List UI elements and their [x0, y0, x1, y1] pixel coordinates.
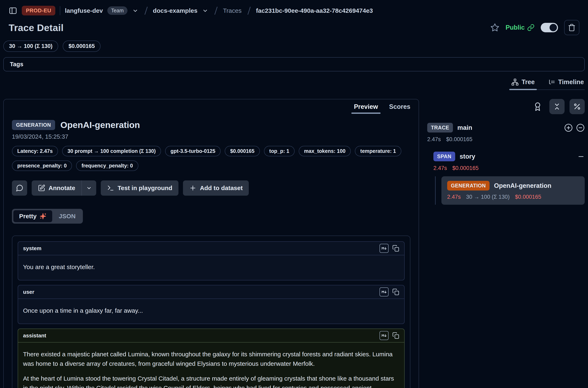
award-icon[interactable] [533, 102, 542, 111]
top-bar: PROD-EU langfuse-dev Team docs-examples … [0, 0, 588, 18]
link-icon [527, 24, 535, 31]
message-header: system [18, 242, 404, 255]
chevron-down-icon[interactable] [202, 7, 208, 14]
percent-icon [573, 103, 581, 110]
observation-header: GENERATION OpenAI-generation [12, 120, 410, 130]
annotate-split-button: Annotate [32, 180, 96, 196]
breadcrumb-trace-id: fac231bc-90ee-490a-aa32-78c4269474e3 [256, 7, 373, 14]
chevrons-collapse-icon [553, 103, 561, 110]
generation-metrics: 2.47s 30 → 100 (Σ 130) $0.000165 [447, 194, 579, 200]
comment-button[interactable] [12, 180, 27, 196]
detail-tabs: Preview Scores [4, 99, 419, 114]
max-tokens-badge: max_tokens: 100 [299, 146, 351, 156]
generation-cost: $0.000165 [515, 194, 541, 200]
tree-toolbar [427, 99, 585, 114]
markdown-toggle-icon[interactable] [380, 244, 388, 253]
copy-icon[interactable] [392, 245, 399, 252]
page-title: Trace Detail [9, 22, 64, 33]
model-badge[interactable]: gpt-3.5-turbo-0125 [165, 146, 221, 156]
message-paragraph: There existed a majestic planet called L… [23, 350, 399, 368]
json-label: JSON [59, 213, 76, 220]
message-content: There existed a majestic planet called L… [18, 342, 404, 388]
markdown-toggle-icon[interactable] [380, 287, 388, 296]
test-in-playground-button[interactable]: Test in playground [101, 180, 179, 196]
breadcrumb-org[interactable]: langfuse-dev [65, 7, 103, 14]
message-user: user Once upon a time in a galaxy far, f… [18, 285, 405, 324]
generation-badge: GENERATION [447, 181, 490, 191]
view-tabs-row: Tree Timeline [0, 71, 588, 90]
trace-latency: 2.47s [427, 136, 441, 143]
generation-name: OpenAI-generation [494, 182, 551, 190]
trace-metrics: 2.47s $0.000165 [427, 136, 585, 143]
plus-icon [189, 184, 197, 192]
sparkles-icon [40, 213, 46, 220]
tags-container[interactable]: Tags [3, 57, 585, 71]
star-icon[interactable] [490, 23, 499, 32]
org-plan-badge: Team [107, 6, 127, 15]
breadcrumb-project[interactable]: docs-examples [153, 7, 198, 14]
message-content: Once upon a time in a galaxy far, far aw… [18, 299, 404, 324]
generation-latency: 2.47s [447, 194, 461, 200]
observation-timestamp: 19/03/2024, 15:25:37 [12, 133, 410, 140]
format-toggle: Pretty JSON [12, 209, 83, 224]
annotate-button[interactable]: Annotate [32, 180, 81, 196]
trace-cost: $0.000165 [446, 136, 473, 143]
message-header: assistant [18, 329, 404, 342]
collapse-panel-button[interactable] [549, 99, 565, 114]
tree-node-span[interactable]: SPAN story 2.47s $0.000165 GENERATION Op… [433, 152, 585, 205]
observation-detail-card: Preview Scores GENERATION OpenAI-generat… [3, 99, 419, 388]
panel-left-icon[interactable] [9, 6, 17, 15]
top-p-badge: top_p: 1 [264, 146, 294, 156]
tree-icon [511, 78, 519, 86]
temperature-badge: temperature: 1 [355, 146, 401, 156]
copy-icon[interactable] [392, 332, 399, 339]
add-to-dataset-label: Add to dataset [200, 185, 243, 192]
tab-preview[interactable]: Preview [354, 103, 378, 114]
message-paragraph: You are a great storyteller. [23, 262, 399, 272]
timeline-icon [548, 78, 555, 86]
presence-penalty-badge: presence_penalty: 0 [12, 160, 72, 171]
cost-badge: $0.000165 [63, 41, 101, 52]
environment-badge[interactable]: PROD-EU [22, 6, 55, 15]
token-usage-badge: 30 → 100 (Σ 130) [3, 41, 58, 52]
observation-title: OpenAI-generation [60, 120, 140, 130]
generation-tokens: 30 → 100 (Σ 130) [466, 194, 510, 200]
tab-timeline[interactable]: Timeline [547, 77, 585, 90]
title-row: Trace Detail Public [0, 18, 588, 36]
message-role: assistant [23, 333, 46, 339]
toggle-knob [550, 24, 557, 31]
tree-node-generation-selected[interactable]: GENERATION OpenAI-generation 2.47s 30 → … [441, 176, 585, 205]
frequency-penalty-badge: frequency_penalty: 0 [76, 160, 138, 171]
tree-node-trace[interactable]: TRACE main [427, 123, 585, 132]
public-toggle[interactable] [541, 23, 558, 32]
tab-scores[interactable]: Scores [389, 103, 410, 114]
breadcrumb-separator [143, 7, 148, 15]
delete-trace-button[interactable] [564, 20, 579, 35]
tags-label: Tags [10, 61, 23, 68]
breadcrumb-traces[interactable]: Traces [223, 7, 242, 14]
trash-icon [568, 24, 576, 31]
format-json-segment[interactable]: JSON [53, 210, 81, 222]
format-pretty-segment[interactable]: Pretty [13, 210, 52, 222]
span-cost: $0.000165 [452, 165, 479, 171]
trace-summary-row: 30 → 100 (Σ 130) $0.000165 [0, 36, 588, 52]
expand-all-icon[interactable] [564, 123, 573, 132]
annotate-dropdown-button[interactable] [82, 180, 96, 196]
collapse-all-icon[interactable] [576, 123, 585, 132]
tab-tree[interactable]: Tree [511, 77, 536, 90]
token-badge: 30 prompt → 100 completion (Σ 130) [62, 146, 161, 156]
message-header: user [18, 285, 404, 299]
copy-icon[interactable] [392, 289, 399, 295]
breadcrumb-separator [246, 7, 251, 15]
annotate-label: Annotate [48, 185, 75, 192]
public-link[interactable]: Public [506, 24, 535, 31]
message-paragraph: Once upon a time in a galaxy far, far aw… [23, 306, 399, 315]
percent-metrics-button[interactable] [569, 99, 585, 114]
divider [60, 6, 60, 15]
chevron-down-icon[interactable] [132, 7, 138, 14]
public-label: Public [506, 24, 525, 31]
markdown-toggle-icon[interactable] [380, 331, 388, 340]
collapse-node-icon[interactable] [577, 153, 585, 160]
message-paragraph: At the heart of Lumina stood the towerin… [23, 374, 399, 388]
add-to-dataset-button[interactable]: Add to dataset [183, 180, 249, 196]
